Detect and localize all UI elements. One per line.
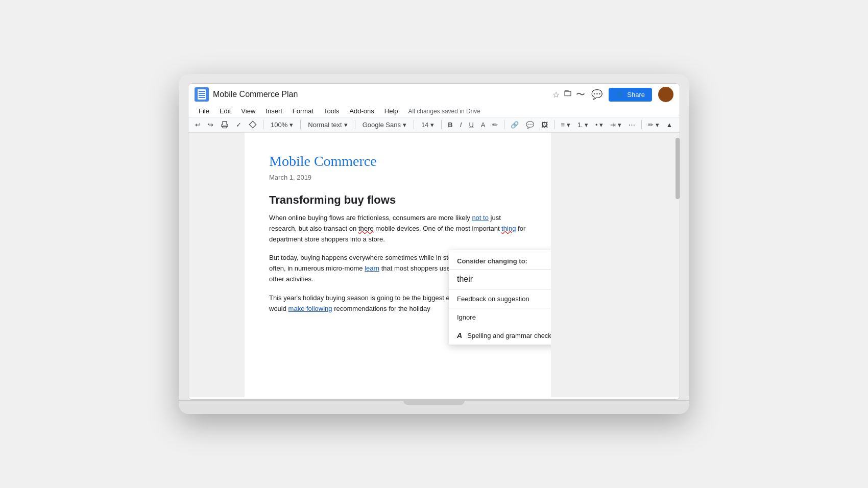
header-right: 〜 💬 👤 Share xyxy=(576,87,673,102)
menu-view[interactable]: View xyxy=(237,105,259,117)
share-label: Share xyxy=(627,91,645,99)
thing-word: thing xyxy=(501,225,516,232)
docs-header: Mobile Commerce Plan ☆ 〜 💬 👤 Share xyxy=(188,84,680,133)
context-menu: Consider changing to: their Feedback on … xyxy=(449,250,551,345)
section-heading: Transforming buy flows xyxy=(269,193,526,207)
style-arrow: ▾ xyxy=(344,121,348,129)
feedback-item[interactable]: Feedback on suggestion ▶ xyxy=(449,289,551,308)
activity-icon[interactable]: 〜 xyxy=(576,88,585,101)
sep1 xyxy=(263,120,263,129)
there-word: there xyxy=(358,225,374,232)
font-arrow: ▾ xyxy=(403,121,406,129)
undo-button[interactable]: ↩ xyxy=(192,119,203,130)
redo-button[interactable]: ↪ xyxy=(205,119,216,130)
make-following-link: make following xyxy=(288,305,332,312)
link-button[interactable]: 🔗 xyxy=(508,119,521,130)
sep5 xyxy=(441,120,442,129)
size-label: 14 xyxy=(421,121,428,129)
document-page[interactable]: Mobile Commerce March 1, 2019 Transformi… xyxy=(245,133,551,397)
size-dropdown[interactable]: 14 ▾ xyxy=(418,119,438,130)
spelling-grammar-item[interactable]: A Spelling and grammar check ⌘+Option+X xyxy=(449,326,551,345)
font-dropdown[interactable]: Google Sans ▾ xyxy=(359,119,410,130)
scrollbar[interactable] xyxy=(676,133,680,397)
indent-button[interactable]: ⇥ ▾ xyxy=(608,119,624,130)
collapse-toolbar-button[interactable]: ▲ xyxy=(664,119,676,130)
docs-logo-icon xyxy=(195,87,209,102)
learn-link: learn xyxy=(365,264,379,272)
spelling-label: Spelling and grammar check xyxy=(467,332,551,339)
svg-rect-0 xyxy=(223,126,227,128)
menu-bar: File Edit View Insert Format Tools Add-o… xyxy=(188,105,680,117)
folder-icon[interactable] xyxy=(564,89,572,100)
underline-button[interactable]: U xyxy=(466,119,476,130)
ignore-item[interactable]: Ignore xyxy=(449,308,551,326)
document-date: March 1, 2019 xyxy=(269,174,526,181)
sep2 xyxy=(300,120,301,129)
comment-insert-button[interactable]: 💬 xyxy=(523,119,537,130)
spellcheck-button[interactable]: ✓ xyxy=(233,119,244,130)
scrollbar-thumb[interactable] xyxy=(676,138,680,199)
left-margin xyxy=(188,133,245,397)
text-color-button[interactable]: A xyxy=(478,119,488,130)
document-area: Mobile Commerce March 1, 2019 Transformi… xyxy=(188,133,680,397)
menu-addons[interactable]: Add-ons xyxy=(345,105,378,117)
sep4 xyxy=(414,120,414,129)
ignore-label: Ignore xyxy=(457,313,476,321)
bold-button[interactable]: B xyxy=(445,119,455,130)
user-avatar[interactable] xyxy=(658,87,673,102)
title-bar: Mobile Commerce Plan ☆ 〜 💬 👤 Share xyxy=(188,84,680,105)
context-menu-header: Consider changing to: xyxy=(449,250,551,270)
spell-check-icon: A xyxy=(457,331,462,339)
style-label: Normal text xyxy=(308,121,342,129)
toolbar: ↩ ↪ ✓ 100% ▾ Normal text ▾ xyxy=(188,117,680,132)
font-label: Google Sans xyxy=(363,121,401,129)
document-title: Mobile Commerce Plan xyxy=(213,90,548,99)
sep7 xyxy=(554,120,554,129)
menu-format[interactable]: Format xyxy=(288,105,318,117)
suggestion-item[interactable]: their xyxy=(449,270,551,289)
laptop: Mobile Commerce Plan ☆ 〜 💬 👤 Share xyxy=(179,74,689,414)
menu-file[interactable]: File xyxy=(195,105,213,117)
bullet-list-button[interactable]: • ▾ xyxy=(593,119,606,130)
numbered-list-button[interactable]: 1. ▾ xyxy=(575,119,591,130)
italic-button[interactable]: I xyxy=(457,119,465,130)
more-button[interactable]: ⋯ xyxy=(626,119,638,130)
align-button[interactable]: ≡ ▾ xyxy=(558,119,572,130)
not-to-link: not to xyxy=(472,214,489,222)
size-arrow: ▾ xyxy=(430,121,434,129)
laptop-base xyxy=(179,400,689,414)
share-button[interactable]: 👤 Share xyxy=(609,88,652,102)
paintformat-button[interactable] xyxy=(246,119,259,130)
paragraph-1: When online buying flows are frictionles… xyxy=(269,213,526,245)
star-icon[interactable]: ☆ xyxy=(552,90,560,100)
zoom-dropdown[interactable]: 100% ▾ xyxy=(267,119,297,130)
laptop-screen: Mobile Commerce Plan ☆ 〜 💬 👤 Share xyxy=(188,83,680,400)
zoom-label: 100% xyxy=(271,121,287,129)
sep8 xyxy=(641,120,642,129)
menu-tools[interactable]: Tools xyxy=(320,105,343,117)
comment-icon[interactable]: 💬 xyxy=(591,89,602,100)
saved-status: All changes saved in Drive xyxy=(408,108,480,115)
document-main-title: Mobile Commerce xyxy=(269,153,526,169)
right-margin xyxy=(551,133,680,397)
highlight-button[interactable]: ✏ xyxy=(490,119,500,130)
print-button[interactable] xyxy=(218,119,231,130)
spelling-item-label: A Spelling and grammar check xyxy=(457,331,551,339)
edit-mode-button[interactable]: ✏ ▾ xyxy=(645,119,662,130)
menu-edit[interactable]: Edit xyxy=(215,105,235,117)
sep3 xyxy=(355,120,355,129)
feedback-label: Feedback on suggestion xyxy=(457,295,529,303)
share-icon: 👤 xyxy=(616,91,624,99)
menu-insert[interactable]: Insert xyxy=(261,105,286,117)
style-dropdown[interactable]: Normal text ▾ xyxy=(304,119,351,130)
menu-help[interactable]: Help xyxy=(380,105,402,117)
image-button[interactable]: 🖼 xyxy=(539,119,550,130)
sep6 xyxy=(504,120,504,129)
zoom-arrow: ▾ xyxy=(290,121,293,129)
